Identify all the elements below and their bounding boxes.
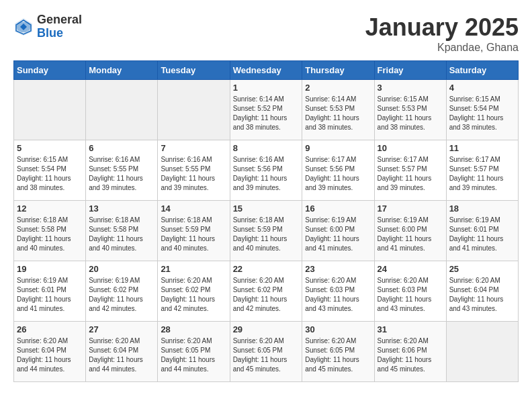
day-info: Sunrise: 6:19 AM Sunset: 6:01 PM Dayligh… xyxy=(17,276,83,314)
day-info: Sunrise: 6:15 AM Sunset: 5:54 PM Dayligh… xyxy=(17,155,83,193)
weekday-header-saturday: Saturday xyxy=(446,61,518,80)
day-number: 20 xyxy=(89,264,154,274)
day-number: 25 xyxy=(449,264,515,274)
calendar-cell: 17Sunrise: 6:19 AM Sunset: 6:00 PM Dayli… xyxy=(374,201,446,261)
day-number: 7 xyxy=(161,143,226,153)
calendar-cell: 7Sunrise: 6:16 AM Sunset: 5:55 PM Daylig… xyxy=(158,140,230,201)
calendar-cell xyxy=(14,80,86,140)
logo-general: General xyxy=(37,13,82,27)
day-info: Sunrise: 6:14 AM Sunset: 5:52 PM Dayligh… xyxy=(233,95,300,132)
day-info: Sunrise: 6:15 AM Sunset: 5:53 PM Dayligh… xyxy=(378,95,443,132)
day-number: 9 xyxy=(305,143,371,153)
calendar-cell: 24Sunrise: 6:20 AM Sunset: 6:03 PM Dayli… xyxy=(374,261,446,322)
weekday-header-sunday: Sunday xyxy=(14,61,86,80)
day-number: 14 xyxy=(161,203,226,214)
day-number: 12 xyxy=(17,203,83,214)
calendar-cell: 10Sunrise: 6:17 AM Sunset: 5:57 PM Dayli… xyxy=(374,140,446,201)
day-number: 6 xyxy=(89,143,154,153)
day-number: 17 xyxy=(378,203,443,214)
day-info: Sunrise: 6:16 AM Sunset: 5:55 PM Dayligh… xyxy=(161,155,226,193)
calendar-cell: 26Sunrise: 6:20 AM Sunset: 6:04 PM Dayli… xyxy=(14,322,86,382)
weekday-header-thursday: Thursday xyxy=(302,61,374,80)
calendar-cell: 9Sunrise: 6:17 AM Sunset: 5:56 PM Daylig… xyxy=(302,140,374,201)
day-info: Sunrise: 6:18 AM Sunset: 5:59 PM Dayligh… xyxy=(161,216,226,253)
calendar-table: SundayMondayTuesdayWednesdayThursdayFrid… xyxy=(13,60,519,382)
day-info: Sunrise: 6:15 AM Sunset: 5:54 PM Dayligh… xyxy=(449,95,515,132)
day-info: Sunrise: 6:19 AM Sunset: 6:00 PM Dayligh… xyxy=(378,216,443,253)
day-number: 29 xyxy=(233,324,300,334)
day-number: 1 xyxy=(233,83,300,93)
day-number: 23 xyxy=(305,264,371,274)
calendar-cell: 21Sunrise: 6:20 AM Sunset: 6:02 PM Dayli… xyxy=(158,261,230,322)
calendar-cell: 5Sunrise: 6:15 AM Sunset: 5:54 PM Daylig… xyxy=(14,140,86,201)
calendar-cell: 3Sunrise: 6:15 AM Sunset: 5:53 PM Daylig… xyxy=(374,80,446,140)
day-info: Sunrise: 6:17 AM Sunset: 5:57 PM Dayligh… xyxy=(378,155,443,193)
calendar-cell: 18Sunrise: 6:19 AM Sunset: 6:01 PM Dayli… xyxy=(446,201,518,261)
day-info: Sunrise: 6:20 AM Sunset: 6:02 PM Dayligh… xyxy=(161,276,226,314)
day-info: Sunrise: 6:19 AM Sunset: 6:02 PM Dayligh… xyxy=(89,276,154,314)
calendar-cell: 25Sunrise: 6:20 AM Sunset: 6:04 PM Dayli… xyxy=(446,261,518,322)
page-header: General Blue January 2025 Kpandae, Ghana xyxy=(13,13,519,54)
calendar-cell: 27Sunrise: 6:20 AM Sunset: 6:04 PM Dayli… xyxy=(86,322,158,382)
calendar-cell: 19Sunrise: 6:19 AM Sunset: 6:01 PM Dayli… xyxy=(14,261,86,322)
calendar-body: 1Sunrise: 6:14 AM Sunset: 5:52 PM Daylig… xyxy=(14,80,519,382)
day-number: 31 xyxy=(378,324,443,334)
calendar-cell: 28Sunrise: 6:20 AM Sunset: 6:05 PM Dayli… xyxy=(158,322,230,382)
calendar-week-1: 1Sunrise: 6:14 AM Sunset: 5:52 PM Daylig… xyxy=(14,80,519,140)
calendar-cell: 8Sunrise: 6:16 AM Sunset: 5:56 PM Daylig… xyxy=(230,140,302,201)
day-info: Sunrise: 6:19 AM Sunset: 6:01 PM Dayligh… xyxy=(449,216,515,253)
calendar-cell: 23Sunrise: 6:20 AM Sunset: 6:03 PM Dayli… xyxy=(302,261,374,322)
day-number: 26 xyxy=(17,324,83,334)
day-number: 24 xyxy=(378,264,443,274)
day-info: Sunrise: 6:18 AM Sunset: 5:58 PM Dayligh… xyxy=(17,216,83,253)
calendar-header: SundayMondayTuesdayWednesdayThursdayFrid… xyxy=(14,61,519,80)
day-info: Sunrise: 6:20 AM Sunset: 6:02 PM Dayligh… xyxy=(233,276,300,314)
calendar-cell: 2Sunrise: 6:14 AM Sunset: 5:53 PM Daylig… xyxy=(302,80,374,140)
day-number: 2 xyxy=(305,83,371,93)
day-info: Sunrise: 6:20 AM Sunset: 6:05 PM Dayligh… xyxy=(233,336,300,374)
day-number: 21 xyxy=(161,264,226,274)
calendar-cell: 31Sunrise: 6:20 AM Sunset: 6:06 PM Dayli… xyxy=(374,322,446,382)
calendar-cell: 29Sunrise: 6:20 AM Sunset: 6:05 PM Dayli… xyxy=(230,322,302,382)
day-info: Sunrise: 6:19 AM Sunset: 6:00 PM Dayligh… xyxy=(305,216,371,253)
calendar-cell: 12Sunrise: 6:18 AM Sunset: 5:58 PM Dayli… xyxy=(14,201,86,261)
calendar-week-3: 12Sunrise: 6:18 AM Sunset: 5:58 PM Dayli… xyxy=(14,201,519,261)
weekday-header-wednesday: Wednesday xyxy=(230,61,302,80)
day-number: 5 xyxy=(17,143,83,153)
calendar-cell: 14Sunrise: 6:18 AM Sunset: 5:59 PM Dayli… xyxy=(158,201,230,261)
calendar-cell xyxy=(86,80,158,140)
logo-blue: Blue xyxy=(37,27,82,40)
calendar-week-5: 26Sunrise: 6:20 AM Sunset: 6:04 PM Dayli… xyxy=(14,322,519,382)
title-area: January 2025 Kpandae, Ghana xyxy=(365,13,519,54)
day-info: Sunrise: 6:14 AM Sunset: 5:53 PM Dayligh… xyxy=(305,95,371,132)
day-info: Sunrise: 6:18 AM Sunset: 5:59 PM Dayligh… xyxy=(233,216,300,253)
day-number: 22 xyxy=(233,264,300,274)
day-info: Sunrise: 6:17 AM Sunset: 5:57 PM Dayligh… xyxy=(449,155,515,193)
day-number: 11 xyxy=(449,143,515,153)
calendar-cell: 4Sunrise: 6:15 AM Sunset: 5:54 PM Daylig… xyxy=(446,80,518,140)
calendar-week-2: 5Sunrise: 6:15 AM Sunset: 5:54 PM Daylig… xyxy=(14,140,519,201)
calendar-cell: 16Sunrise: 6:19 AM Sunset: 6:00 PM Dayli… xyxy=(302,201,374,261)
calendar-cell xyxy=(446,322,518,382)
day-info: Sunrise: 6:20 AM Sunset: 6:04 PM Dayligh… xyxy=(89,336,154,374)
day-number: 28 xyxy=(161,324,226,334)
calendar-cell: 22Sunrise: 6:20 AM Sunset: 6:02 PM Dayli… xyxy=(230,261,302,322)
day-info: Sunrise: 6:17 AM Sunset: 5:56 PM Dayligh… xyxy=(305,155,371,193)
day-info: Sunrise: 6:20 AM Sunset: 6:05 PM Dayligh… xyxy=(161,336,226,374)
weekday-header-tuesday: Tuesday xyxy=(158,61,230,80)
weekday-header-friday: Friday xyxy=(374,61,446,80)
day-info: Sunrise: 6:20 AM Sunset: 6:06 PM Dayligh… xyxy=(378,336,443,374)
main-title: January 2025 xyxy=(365,13,519,42)
calendar-cell: 20Sunrise: 6:19 AM Sunset: 6:02 PM Dayli… xyxy=(86,261,158,322)
calendar-cell: 6Sunrise: 6:16 AM Sunset: 5:55 PM Daylig… xyxy=(86,140,158,201)
logo-icon xyxy=(13,17,34,37)
day-number: 10 xyxy=(378,143,443,153)
calendar-cell xyxy=(158,80,230,140)
day-info: Sunrise: 6:20 AM Sunset: 6:04 PM Dayligh… xyxy=(17,336,83,374)
subtitle: Kpandae, Ghana xyxy=(365,42,519,54)
calendar-cell: 11Sunrise: 6:17 AM Sunset: 5:57 PM Dayli… xyxy=(446,140,518,201)
day-number: 18 xyxy=(449,203,515,214)
day-number: 16 xyxy=(305,203,371,214)
day-number: 3 xyxy=(378,83,443,93)
calendar-cell: 15Sunrise: 6:18 AM Sunset: 5:59 PM Dayli… xyxy=(230,201,302,261)
